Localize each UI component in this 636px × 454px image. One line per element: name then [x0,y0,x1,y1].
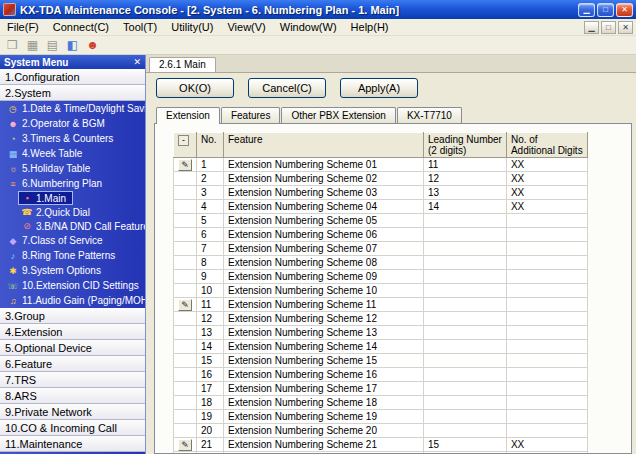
close-icon[interactable]: ✕ [616,3,633,17]
cell-leading-number[interactable] [424,228,507,242]
cell-leading-number[interactable] [424,312,507,326]
cell-leading-number[interactable] [424,256,507,270]
save-icon[interactable]: ▦ [24,37,41,53]
menu-window-w[interactable]: Window(W) [273,20,344,34]
sidebar-item-8-ars[interactable]: 8.ARS [0,388,145,404]
sidebar-item-5-optional-device[interactable]: 5.Optional Device [0,340,145,356]
cell-leading-number[interactable] [424,270,507,284]
cell-leading-number[interactable] [424,214,507,228]
cell-additional-digits[interactable] [506,382,587,396]
edit-pencil-button[interactable]: ✎ [178,299,192,311]
sidebar-item-3-b-na-dnd-call-feature[interactable]: ⊘3.B/NA DND Call Feature [18,219,146,233]
ok-button[interactable]: OK(O) [156,78,234,98]
cell-leading-number[interactable]: 15 [424,438,507,452]
tab-extension[interactable]: Extension [156,107,220,124]
edit-pencil-button[interactable]: ✎ [178,439,192,451]
collapse-all-button[interactable]: - [178,135,189,146]
cell-leading-number[interactable]: 12 [424,172,507,186]
connect-pc-icon[interactable]: ◧ [64,37,81,53]
cell-additional-digits[interactable]: XX [506,186,587,200]
sidebar-item-2-system[interactable]: 2.System [0,85,145,101]
cell-leading-number[interactable] [424,396,507,410]
cancel-button[interactable]: Cancel(C) [248,78,326,98]
sidebar-item-7-class-of-service[interactable]: ◆7.Class of Service [0,233,145,248]
apply-button[interactable]: Apply(A) [340,78,418,98]
menu-view-v[interactable]: View(V) [220,20,272,34]
cell-additional-digits[interactable] [506,368,587,382]
sidebar-item-10-co-incoming-call[interactable]: 10.CO & Incoming Call [0,420,145,436]
sidebar-item-10-extension-cid-settings[interactable]: ☏10.Extension CID Settings [0,278,145,293]
cell-leading-number[interactable] [424,354,507,368]
cell-additional-digits[interactable] [506,298,587,312]
cell-leading-number[interactable] [424,368,507,382]
menu-file-f[interactable]: File(F) [0,20,46,34]
mdi-maximize-icon[interactable]: □ [601,21,616,34]
cell-additional-digits[interactable] [506,396,587,410]
sidebar-item-1-date-time-daylight-saving[interactable]: ◷1.Date & Time/Daylight Saving [0,101,145,116]
cell-leading-number[interactable] [424,340,507,354]
sidebar-item-5-holiday-table[interactable]: ☼5.Holiday Table [0,161,145,176]
sidebar-item-11-audio-gain-paging-moh[interactable]: ♫11.Audio Gain (Paging/MOH) [0,293,145,308]
sidebar-close-icon[interactable]: ✕ [133,57,141,67]
cell-leading-number[interactable]: 14 [424,200,507,214]
menu-tool-t[interactable]: Tool(T) [116,20,164,34]
cell-feature: Extension Numbering Scheme 14 [224,340,424,354]
cell-additional-digits[interactable] [506,284,587,298]
sidebar-item-9-private-network[interactable]: 9.Private Network [0,404,145,420]
sidebar-item-9-system-options[interactable]: ✱9.System Options [0,263,145,278]
cell-additional-digits[interactable]: XX [506,438,587,452]
sidebar-item-4-extension[interactable]: 4.Extension [0,324,145,340]
cell-additional-digits[interactable]: XX [506,172,587,186]
sidebar-item-4-week-table[interactable]: ▦4.Week Table [0,146,145,161]
cell-leading-number[interactable] [424,242,507,256]
cell-additional-digits[interactable]: XX [506,158,587,172]
cell-additional-digits[interactable] [506,256,587,270]
mdi-minimize-icon[interactable]: ▁ [584,21,599,34]
cell-leading-number[interactable]: 13 [424,186,507,200]
edit-pencil-button[interactable]: ✎ [178,159,192,171]
sidebar-item-1-main[interactable]: ▪1.Main [18,191,73,205]
cell-additional-digits[interactable] [506,340,587,354]
sidebar-item-8-ring-tone-patterns[interactable]: ♪8.Ring Tone Patterns [0,248,145,263]
tab-features[interactable]: Features [221,107,280,123]
print-icon[interactable]: ▤ [44,37,61,53]
maximize-icon[interactable]: □ [597,3,614,17]
cell-additional-digits[interactable] [506,214,587,228]
minimize-icon[interactable]: ▁ [578,3,595,17]
sidebar-item-2-quick-dial[interactable]: ☎2.Quick Dial [18,205,97,219]
cell-leading-number[interactable] [424,424,507,438]
cell-additional-digits[interactable] [506,424,587,438]
sidebar-item-7-trs[interactable]: 7.TRS [0,372,145,388]
cell-additional-digits[interactable]: XX [506,200,587,214]
cell-leading-number[interactable]: 11 [424,158,507,172]
sidebar-item-6-numbering-plan[interactable]: ≡6.Numbering Plan [0,176,145,191]
cell-additional-digits[interactable] [506,354,587,368]
user-profile-icon[interactable]: ☻ [84,37,101,53]
menu-help-h[interactable]: Help(H) [344,20,396,34]
sidebar-item-1-configuration[interactable]: 1.Configuration [0,69,145,85]
sidebar-item-6-feature[interactable]: 6.Feature [0,356,145,372]
cell-additional-digits[interactable] [506,410,587,424]
cell-leading-number[interactable] [424,326,507,340]
menu-connect-c[interactable]: Connect(C) [46,20,116,34]
cell-leading-number[interactable] [424,410,507,424]
tab-kx-t7710[interactable]: KX-T7710 [397,107,462,123]
sidebar-item-3-group[interactable]: 3.Group [0,308,145,324]
cell-additional-digits[interactable] [506,326,587,340]
cell-additional-digits[interactable] [506,312,587,326]
cell-additional-digits[interactable] [506,242,587,256]
open-folder-icon[interactable]: ❒ [4,37,21,53]
mdi-close-icon[interactable]: ✕ [618,21,633,34]
cell-leading-number[interactable] [424,284,507,298]
menu-utility-u[interactable]: Utility(U) [164,20,220,34]
sidebar-item-3-timers-counters[interactable]: ◔3.Timers & Counters [0,131,145,146]
cell-additional-digits[interactable] [506,228,587,242]
cell-leading-number[interactable] [424,298,507,312]
doc-tab-261-main[interactable]: 2.6.1 Main [149,57,216,72]
sidebar-item-2-operator-bgm[interactable]: ☻2.Operator & BGM [0,116,145,131]
tab-other-pbx-extension[interactable]: Other PBX Extension [281,107,396,123]
sidebar-item-11-maintenance[interactable]: 11.Maintenance [0,436,145,452]
cell-leading-number[interactable] [424,382,507,396]
cell-additional-digits[interactable] [506,270,587,284]
row-icon-cell [174,256,197,270]
